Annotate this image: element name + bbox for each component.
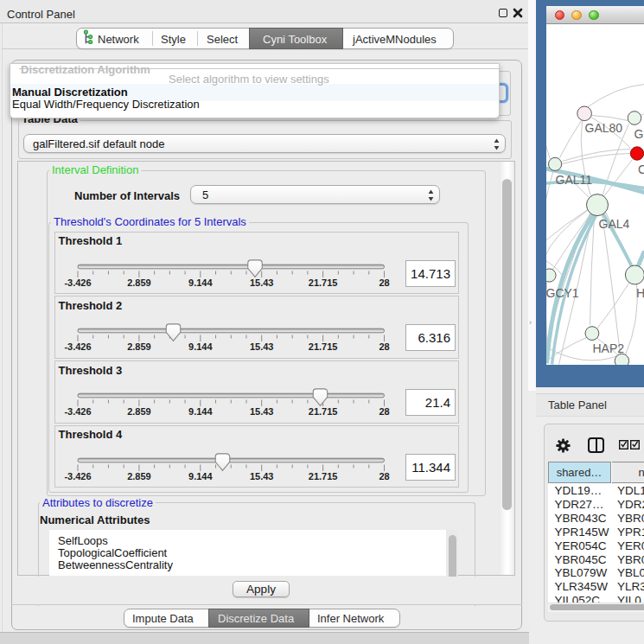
svg-text:GCY1: GCY1 [546, 285, 579, 299]
svg-text:G…: G… [634, 126, 644, 140]
svg-text:GAL4: GAL4 [598, 216, 629, 230]
svg-text:GAL11: GAL11 [555, 172, 592, 186]
svg-text:GAL80: GAL80 [584, 120, 622, 134]
svg-text:HAP2: HAP2 [592, 341, 624, 354]
svg-text:C…: C… [638, 162, 644, 175]
svg-text:H: H [636, 285, 644, 299]
